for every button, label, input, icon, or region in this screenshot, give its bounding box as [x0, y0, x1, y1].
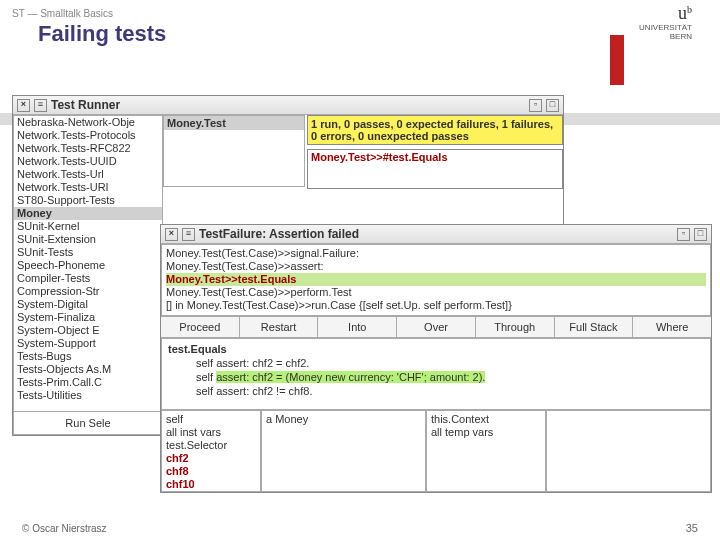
test-runner-titlebar[interactable]: × ≡ Test Runner ▫ □	[13, 96, 563, 115]
var-item[interactable]: self	[166, 413, 256, 426]
logo-red-bar	[610, 35, 624, 85]
context-vars[interactable]: this.Contextall temp vars	[426, 410, 546, 492]
category-item[interactable]: System-Digital	[14, 298, 162, 311]
var-item[interactable]: all inst vars	[166, 426, 256, 439]
stack-frame[interactable]: [] in Money.Test(Test.Case)>>run.Case {[…	[166, 299, 706, 312]
close-icon[interactable]: ×	[165, 228, 178, 241]
receiver-value[interactable]: a Money	[261, 410, 426, 492]
expand-icon[interactable]: □	[694, 228, 707, 241]
category-item[interactable]: Network.Tests-RFC822	[14, 142, 162, 155]
run-selected-button[interactable]: Run Sele	[13, 412, 163, 435]
breadcrumb: ST — Smalltalk Basics	[0, 0, 720, 19]
debugger-button[interactable]: Over	[397, 317, 476, 337]
var-item[interactable]: chf10	[166, 478, 256, 491]
stack-frame[interactable]: Money.Test>>test.Equals	[166, 273, 706, 286]
page-number: 35	[686, 522, 698, 534]
category-item[interactable]: SUnit-Extension	[14, 233, 162, 246]
category-item[interactable]: Nebraska-Network-Obje	[14, 116, 162, 129]
debugger-button[interactable]: Into	[318, 317, 397, 337]
category-list[interactable]: Nebraska-Network-ObjeNetwork.Tests-Proto…	[13, 115, 163, 412]
class-list[interactable]: Money.Test	[163, 115, 305, 187]
context-value[interactable]	[546, 410, 711, 492]
category-item[interactable]: Compression-Str	[14, 285, 162, 298]
category-item[interactable]: Tests-Utilities	[14, 389, 162, 402]
category-item[interactable]: Compiler-Tests	[14, 272, 162, 285]
failures-list[interactable]: Money.Test>>#test.Equals	[307, 149, 563, 189]
debugger-titlebar[interactable]: × ≡ TestFailure: Assertion failed ▫ □	[161, 225, 711, 244]
category-item[interactable]: Network.Tests-URI	[14, 181, 162, 194]
category-item[interactable]: Tests-Objects As.M	[14, 363, 162, 376]
debugger-button[interactable]: Proceed	[161, 317, 240, 337]
window-title: TestFailure: Assertion failed	[199, 227, 359, 241]
run-status: 1 run, 0 passes, 0 expected failures, 1 …	[307, 115, 563, 145]
university-logo: ub UNIVERSITÄT BERN	[639, 4, 692, 41]
footer-copyright: © Oscar Nierstrasz	[22, 523, 107, 534]
debugger-toolbar: ProceedRestartIntoOverThroughFull StackW…	[161, 316, 711, 338]
category-item[interactable]: SUnit-Kernel	[14, 220, 162, 233]
var-item[interactable]: chf2	[166, 452, 256, 465]
collapse-icon[interactable]: ▫	[677, 228, 690, 241]
category-item[interactable]: ST80-Support-Tests	[14, 194, 162, 207]
category-item[interactable]: System-Object E	[14, 324, 162, 337]
category-item[interactable]: Tests-Bugs	[14, 350, 162, 363]
category-item[interactable]: Money	[14, 207, 162, 220]
var-item[interactable]: this.Context	[431, 413, 541, 426]
collapse-icon[interactable]: ▫	[529, 99, 542, 112]
stack-frame[interactable]: Money.Test(Test.Case)>>assert:	[166, 260, 706, 273]
var-item[interactable]: all temp vars	[431, 426, 541, 439]
category-item[interactable]: Network.Tests-UUID	[14, 155, 162, 168]
window-title: Test Runner	[51, 98, 120, 112]
var-item[interactable]: chf8	[166, 465, 256, 478]
receiver-vars[interactable]: selfall inst varstest.Selectorchf2chf8ch…	[161, 410, 261, 492]
menu-icon[interactable]: ≡	[34, 99, 47, 112]
debugger-button[interactable]: Restart	[240, 317, 319, 337]
category-item[interactable]: System-Finaliza	[14, 311, 162, 324]
menu-icon[interactable]: ≡	[182, 228, 195, 241]
stack-frame[interactable]: Money.Test(Test.Case)>>perform.Test	[166, 286, 706, 299]
stack-list[interactable]: Money.Test(Test.Case)>>signal.Failure:Mo…	[161, 244, 711, 316]
close-icon[interactable]: ×	[17, 99, 30, 112]
stack-frame[interactable]: Money.Test(Test.Case)>>signal.Failure:	[166, 247, 706, 260]
expand-icon[interactable]: □	[546, 99, 559, 112]
category-item[interactable]: Tests-Prim.Call.C	[14, 376, 162, 389]
debugger-button[interactable]: Through	[476, 317, 555, 337]
code-pane[interactable]: test.Equals self assert: chf2 = chf2. se…	[161, 338, 711, 410]
category-item[interactable]: Network.Tests-Url	[14, 168, 162, 181]
category-item[interactable]: Speech-Phoneme	[14, 259, 162, 272]
var-item[interactable]: test.Selector	[166, 439, 256, 452]
category-item[interactable]: Network.Tests-Protocols	[14, 129, 162, 142]
debugger-button[interactable]: Full Stack	[555, 317, 634, 337]
category-item[interactable]: System-Support	[14, 337, 162, 350]
category-item[interactable]: SUnit-Tests	[14, 246, 162, 259]
debugger-button[interactable]: Where	[633, 317, 711, 337]
